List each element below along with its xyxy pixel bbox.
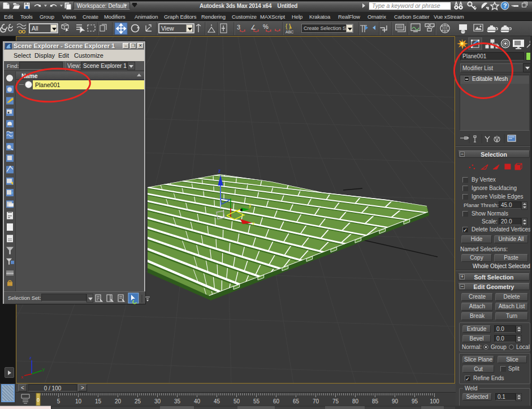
svg-text:80: 80 xyxy=(352,398,359,404)
svg-text:y: y xyxy=(42,367,45,372)
svg-text:50: 50 xyxy=(233,398,240,404)
svg-text:z: z xyxy=(218,168,221,174)
svg-text:75: 75 xyxy=(332,398,339,404)
svg-text:60: 60 xyxy=(273,398,280,404)
svg-text:35: 35 xyxy=(174,398,181,404)
svg-text:95: 95 xyxy=(412,398,418,404)
svg-text:65: 65 xyxy=(293,398,300,404)
svg-text:0: 0 xyxy=(37,397,40,403)
svg-text:100: 100 xyxy=(430,398,439,404)
svg-text:10: 10 xyxy=(75,398,82,404)
svg-text:∠: ∠ xyxy=(250,24,256,31)
svg-text:5: 5 xyxy=(57,398,60,404)
svg-text:15: 15 xyxy=(95,398,102,404)
svg-text:3: 3 xyxy=(237,24,240,31)
svg-text:y: y xyxy=(249,203,252,208)
svg-text:x: x xyxy=(252,221,255,226)
svg-text:30: 30 xyxy=(154,398,161,404)
svg-text:90: 90 xyxy=(392,398,399,404)
svg-text:85: 85 xyxy=(372,398,379,404)
svg-text:?: ? xyxy=(503,2,507,9)
svg-text:%: % xyxy=(263,23,269,30)
svg-text:40: 40 xyxy=(194,398,201,404)
svg-text:ABC: ABC xyxy=(286,30,293,34)
svg-text:z: z xyxy=(29,355,32,360)
svg-text:45: 45 xyxy=(214,398,220,404)
svg-text:55: 55 xyxy=(253,398,260,404)
svg-text:20: 20 xyxy=(115,398,122,404)
svg-text:x: x xyxy=(21,374,23,380)
svg-text:70: 70 xyxy=(313,398,319,404)
svg-text:25: 25 xyxy=(135,398,141,404)
